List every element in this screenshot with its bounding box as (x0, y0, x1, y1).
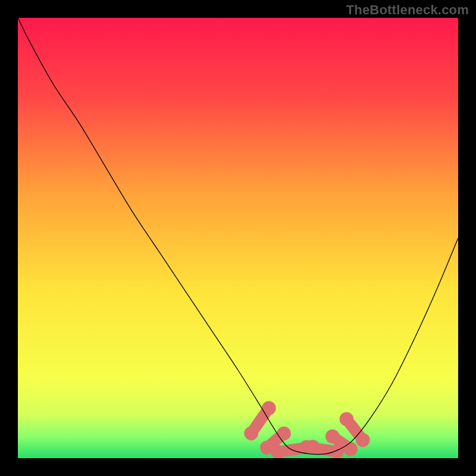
chart-background (18, 18, 458, 458)
chart-svg (18, 18, 458, 458)
chart-frame: TheBottleneck.com (0, 0, 476, 476)
watermark-text: TheBottleneck.com (346, 2, 469, 18)
chart-plot-area (18, 18, 458, 458)
